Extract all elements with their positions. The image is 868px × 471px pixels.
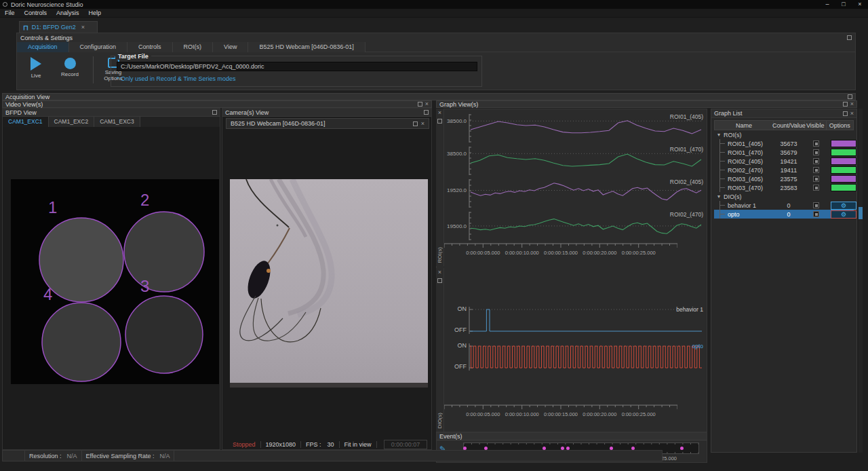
off-label: OFF (444, 363, 467, 370)
caret-down-icon[interactable]: ▾ (714, 132, 724, 138)
document-tab[interactable]: ⊓ D1: BFPD Gen2 × (19, 21, 98, 33)
live-button[interactable]: Live (22, 56, 50, 79)
item-name: ROI01_(405) (728, 140, 763, 147)
item-value: 0 (774, 211, 804, 218)
close-icon[interactable]: × (436, 110, 443, 116)
webcam-device-tab[interactable]: B525 HD Webcam [046D-0836-01] × (226, 118, 429, 129)
close-icon[interactable]: × (425, 101, 429, 107)
resolution-label: Resolution : (29, 453, 62, 459)
target-file-input[interactable] (117, 62, 477, 71)
item-value: 19421 (774, 158, 804, 165)
pin-icon[interactable] (437, 119, 442, 124)
event-dot[interactable] (680, 447, 684, 450)
roi-plot-canvas[interactable] (469, 178, 702, 209)
color-swatch[interactable] (831, 184, 856, 191)
pin-icon[interactable] (418, 102, 422, 107)
play-icon (31, 57, 41, 71)
maximize-button[interactable]: □ (835, 0, 852, 9)
pin-icon[interactable] (843, 111, 848, 116)
tab-cam1_exc3[interactable]: CAM1_EXC3 (94, 117, 140, 127)
bfpd-image: 1234 (11, 179, 219, 384)
visible-checkbox[interactable] (813, 176, 819, 182)
dio-plot-canvas[interactable] (469, 342, 702, 373)
menu-item-help[interactable]: Help (84, 9, 106, 18)
record-button[interactable]: Record (56, 56, 83, 77)
menu-item-file[interactable]: File (0, 9, 20, 18)
roi-circle-2 (124, 212, 204, 292)
color-swatch[interactable] (831, 175, 856, 183)
tree-branch (719, 166, 726, 174)
tab-roi-s-[interactable]: ROI(s) (173, 42, 214, 52)
tab-b525-hd-webcam-046d-0836-01-[interactable]: B525 HD Webcam [046D-0836-01] (248, 42, 365, 52)
gear-button[interactable]: ⚙ (831, 210, 856, 219)
tree-branch (719, 210, 726, 219)
record-label: Record (56, 71, 83, 77)
menu-item-controls[interactable]: Controls (20, 9, 52, 18)
item-name: ROI03_(470) (728, 185, 763, 191)
tab-controls[interactable]: Controls (127, 42, 173, 52)
graph-list-columns: NameCount/ValueVisibleOptions (714, 120, 854, 130)
camera-resolution: 1920x1080 (261, 441, 302, 448)
close-button[interactable]: × (852, 0, 868, 9)
tab-view[interactable]: View (213, 42, 248, 52)
caret-down-icon[interactable]: ▾ (714, 193, 724, 200)
camera-time: 0:00:00:07 (384, 440, 428, 449)
pin-icon[interactable] (212, 110, 217, 115)
roi-plot-canvas[interactable] (469, 145, 702, 176)
group-row-dios[interactable]: ▾DIO(s) (714, 192, 854, 201)
dio-plot-canvas[interactable] (469, 305, 702, 337)
close-icon[interactable]: × (81, 24, 85, 31)
list-item-opto[interactable]: opto0⚙ (714, 210, 854, 219)
list-item-behavior-1[interactable]: behavior 10⚙ (714, 201, 854, 210)
pin-icon[interactable] (847, 35, 852, 40)
fit-in-view-button[interactable]: Fit in view (340, 441, 377, 448)
color-swatch[interactable] (831, 157, 856, 165)
visible-checkbox[interactable] (813, 149, 819, 155)
color-swatch[interactable] (831, 140, 856, 147)
visible-checkbox[interactable] (813, 158, 819, 164)
roi-plot-canvas[interactable] (469, 210, 702, 242)
series-label: opto (692, 343, 703, 350)
tab-acquisition[interactable]: Acquisition (17, 42, 69, 52)
roi-number-4: 4 (43, 285, 52, 303)
roi-circle-3 (125, 296, 203, 373)
pin-icon[interactable] (843, 102, 848, 107)
tab-cam1_exc2[interactable]: CAM1_EXC2 (49, 117, 95, 127)
list-item-roi02-470-[interactable]: ROI02_(470)19411 (714, 166, 854, 174)
close-icon[interactable]: × (850, 101, 854, 107)
close-icon[interactable]: × (850, 111, 854, 117)
color-swatch[interactable] (831, 166, 856, 174)
visible-checkbox[interactable] (813, 202, 819, 208)
group-row-rois[interactable]: ▾ROI(s) (714, 130, 854, 139)
gear-button[interactable]: ⚙ (831, 202, 856, 210)
visible-checkbox[interactable] (813, 167, 819, 173)
scrollbar-thumb[interactable] (859, 207, 863, 219)
roi-plot-canvas[interactable] (469, 113, 702, 144)
list-item-roi03-470-[interactable]: ROI03_(470)23583 (714, 183, 854, 192)
fiber-connector (267, 269, 271, 273)
pin-icon[interactable] (848, 94, 852, 99)
sampling-rate-label: Effective Sampling Rate : (86, 453, 155, 459)
close-icon[interactable]: × (421, 121, 425, 127)
dio-plot-behavior-1: ONOFFbehavior 1 (444, 305, 707, 335)
pin-icon[interactable] (437, 278, 442, 283)
close-icon[interactable]: × (436, 269, 443, 276)
tab-configuration[interactable]: Configuration (69, 42, 128, 52)
app-logo-icon (3, 2, 7, 7)
fps-label: FPS : (301, 441, 323, 448)
roi-subplot-1: 38500.0ROI01_(470) (444, 145, 707, 176)
visible-checkbox[interactable] (813, 211, 819, 217)
list-item-roi03-405-[interactable]: ROI03_(405)23575 (714, 174, 854, 183)
list-item-roi01-405-[interactable]: ROI01_(405)35673 (714, 139, 854, 148)
visible-checkbox[interactable] (813, 140, 819, 147)
scrollbar-track[interactable] (859, 109, 863, 453)
minimize-button[interactable]: – (819, 0, 835, 9)
list-item-roi02-405-[interactable]: ROI02_(405)19421 (714, 157, 854, 166)
visible-checkbox[interactable] (813, 185, 819, 191)
color-swatch[interactable] (831, 149, 856, 156)
pin-icon[interactable] (413, 121, 418, 126)
tab-cam1_exc1[interactable]: CAM1_EXC1 (3, 117, 49, 127)
menu-item-analysis[interactable]: Analysis (52, 9, 84, 18)
list-item-roi01-470-[interactable]: ROI01_(470)35679 (714, 148, 854, 157)
pin-icon[interactable] (424, 110, 429, 115)
